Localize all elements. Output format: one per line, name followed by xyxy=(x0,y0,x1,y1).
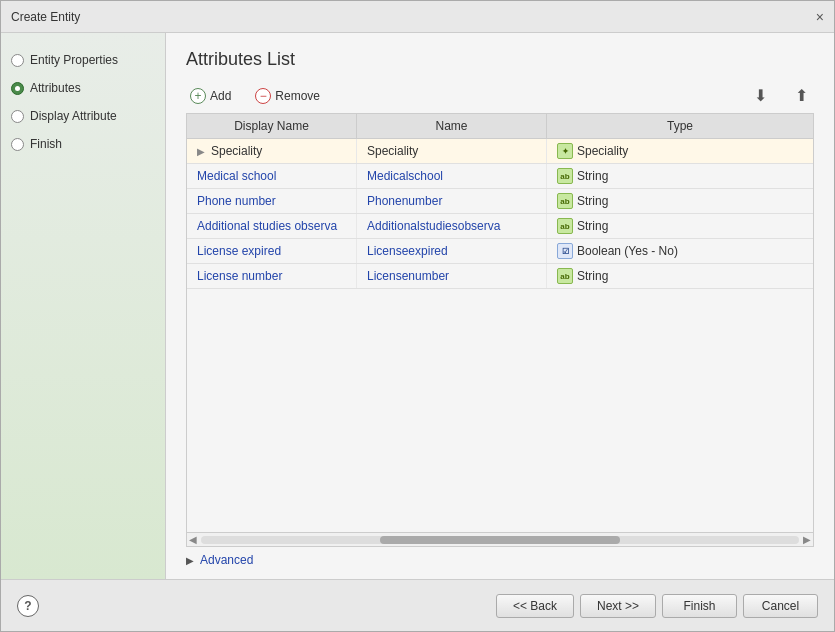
cell-type: ☑Boolean (Yes - No) xyxy=(547,239,813,263)
help-button[interactable]: ? xyxy=(17,595,39,617)
sidebar-label-attributes: Attributes xyxy=(30,81,81,95)
scroll-thumb xyxy=(380,536,619,544)
move-up-button[interactable]: ⬆ xyxy=(789,84,814,107)
cell-display-name: Medical school xyxy=(187,164,357,188)
add-label: Add xyxy=(210,89,231,103)
content-area: Entity PropertiesAttributesDisplay Attri… xyxy=(1,33,834,579)
sidebar-item-finish[interactable]: Finish xyxy=(11,137,155,151)
cell-display-name: Phone number xyxy=(187,189,357,213)
footer-right: << Back Next >> Finish Cancel xyxy=(496,594,818,618)
main-title: Attributes List xyxy=(186,49,814,70)
sidebar-item-entity-properties[interactable]: Entity Properties xyxy=(11,53,155,67)
footer-left: ? xyxy=(17,595,39,617)
sidebar-label-finish: Finish xyxy=(30,137,62,151)
window-title: Create Entity xyxy=(11,10,80,24)
sidebar: Entity PropertiesAttributesDisplay Attri… xyxy=(1,33,166,579)
type-icon: ✦ xyxy=(557,143,573,159)
type-icon: ☑ xyxy=(557,243,573,259)
row-selected-arrow-icon: ▶ xyxy=(197,146,205,157)
cell-display-name: Additional studies observa xyxy=(187,214,357,238)
cell-type: ✦Speciality xyxy=(547,139,813,163)
cell-type: abString xyxy=(547,214,813,238)
cell-name: Additionalstudiesobserva xyxy=(357,214,547,238)
sidebar-label-entity-properties: Entity Properties xyxy=(30,53,118,67)
cell-type: abString xyxy=(547,164,813,188)
cell-display-name: ▶Speciality xyxy=(187,139,357,163)
sidebar-label-display-attribute: Display Attribute xyxy=(30,109,117,123)
cell-type: abString xyxy=(547,189,813,213)
horizontal-scrollbar[interactable]: ◀ ▶ xyxy=(187,532,813,546)
add-icon xyxy=(190,88,206,104)
type-icon: ab xyxy=(557,168,573,184)
type-icon: ab xyxy=(557,193,573,209)
col-type: Type xyxy=(547,114,813,138)
remove-label: Remove xyxy=(275,89,320,103)
main-area: Attributes List Add Remove ⬇ ⬆ Display N… xyxy=(166,33,834,579)
scroll-left-arrow[interactable]: ◀ xyxy=(189,534,197,545)
col-display-name: Display Name xyxy=(187,114,357,138)
type-icon: ab xyxy=(557,268,573,284)
close-button[interactable]: × xyxy=(816,10,824,24)
cell-name: Phonenumber xyxy=(357,189,547,213)
table-row[interactable]: License expiredLicenseexpired☑Boolean (Y… xyxy=(187,239,813,264)
table-row[interactable]: ▶SpecialitySpeciality✦Speciality xyxy=(187,139,813,164)
table-row[interactable]: Phone numberPhonenumberabString xyxy=(187,189,813,214)
cell-name: Licensenumber xyxy=(357,264,547,288)
table-row[interactable]: Medical schoolMedicalschoolabString xyxy=(187,164,813,189)
table-row[interactable]: Additional studies observaAdditionalstud… xyxy=(187,214,813,239)
finish-button[interactable]: Finish xyxy=(662,594,737,618)
remove-button[interactable]: Remove xyxy=(251,86,324,106)
cell-display-name: License expired xyxy=(187,239,357,263)
cell-display-name: License number xyxy=(187,264,357,288)
sidebar-radio-finish xyxy=(11,138,24,151)
cell-name: Speciality xyxy=(357,139,547,163)
table-body: ▶SpecialitySpeciality✦SpecialityMedical … xyxy=(187,139,813,532)
cell-type: abString xyxy=(547,264,813,288)
sidebar-radio-attributes xyxy=(11,82,24,95)
back-button[interactable]: << Back xyxy=(496,594,574,618)
table-header: Display Name Name Type xyxy=(187,114,813,139)
sidebar-radio-display-attribute xyxy=(11,110,24,123)
sidebar-item-display-attribute[interactable]: Display Attribute xyxy=(11,109,155,123)
sidebar-radio-entity-properties xyxy=(11,54,24,67)
advanced-label: Advanced xyxy=(200,553,253,567)
table-row[interactable]: License numberLicensenumberabString xyxy=(187,264,813,289)
type-icon: ab xyxy=(557,218,573,234)
attributes-table: Display Name Name Type ▶SpecialitySpecia… xyxy=(186,113,814,547)
title-bar: Create Entity × xyxy=(1,1,834,33)
move-down-button[interactable]: ⬇ xyxy=(748,84,773,107)
advanced-row[interactable]: ▶ Advanced xyxy=(186,547,814,569)
scroll-track[interactable] xyxy=(201,536,799,544)
add-button[interactable]: Add xyxy=(186,86,235,106)
toolbar: Add Remove ⬇ ⬆ xyxy=(186,84,814,107)
footer: ? << Back Next >> Finish Cancel xyxy=(1,579,834,631)
advanced-arrow-icon: ▶ xyxy=(186,555,194,566)
cancel-button[interactable]: Cancel xyxy=(743,594,818,618)
cell-name: Medicalschool xyxy=(357,164,547,188)
sidebar-item-attributes[interactable]: Attributes xyxy=(11,81,155,95)
cell-name: Licenseexpired xyxy=(357,239,547,263)
remove-icon xyxy=(255,88,271,104)
next-button[interactable]: Next >> xyxy=(580,594,656,618)
col-name: Name xyxy=(357,114,547,138)
create-entity-window: Create Entity × Entity PropertiesAttribu… xyxy=(0,0,835,632)
scroll-right-arrow[interactable]: ▶ xyxy=(803,534,811,545)
